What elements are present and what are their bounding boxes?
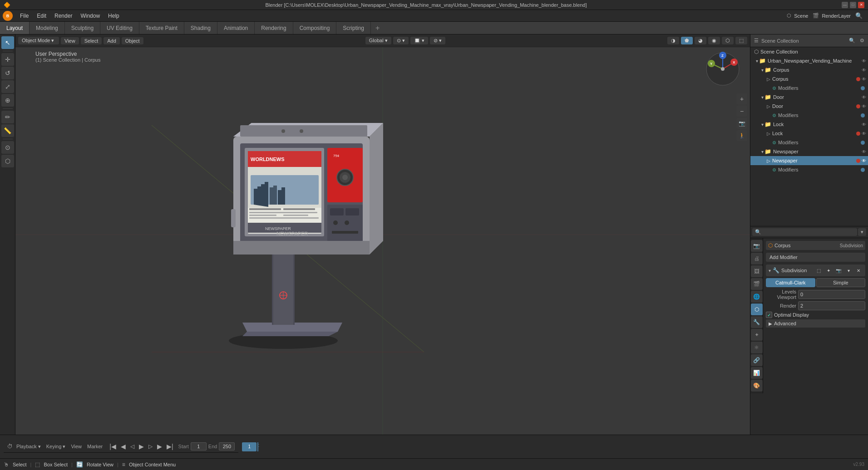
zoom-in-btn[interactable]: + bbox=[736, 93, 747, 104]
start-frame-input[interactable] bbox=[191, 442, 207, 450]
optimal-display-checkbox[interactable]: ✓ bbox=[766, 312, 772, 318]
add-modifier-button[interactable]: Add Modifier bbox=[766, 253, 865, 262]
navigation-gizmo[interactable]: X Y Z bbox=[705, 51, 741, 87]
prop-search[interactable]: 🔍 bbox=[752, 228, 857, 236]
outliner-row-newspaper-modifiers[interactable]: ⚙ Modifiers bbox=[750, 165, 868, 174]
viewport-xray-btn[interactable]: ⬚ bbox=[735, 37, 747, 44]
outliner-row-corpus-modifiers[interactable]: ⚙ Modifiers bbox=[750, 83, 868, 93]
jump-start-btn[interactable]: |◀ bbox=[108, 443, 118, 450]
viewport-solid-btn[interactable]: ⬟ bbox=[681, 37, 693, 44]
outliner-row-lock-collection[interactable]: ▾ 📁 Lock 👁 bbox=[750, 120, 868, 129]
outliner-row-corpus-collection[interactable]: ▾ 📁 Corpus 👁 bbox=[750, 65, 868, 74]
tab-layout[interactable]: Layout bbox=[0, 22, 30, 34]
view-menu-timeline[interactable]: View bbox=[69, 444, 84, 449]
tab-texture-paint[interactable]: Texture Paint bbox=[139, 22, 184, 34]
prop-tab-output[interactable]: 🖨 bbox=[751, 253, 763, 264]
blender-logo-btn[interactable]: B bbox=[3, 11, 13, 21]
prop-tab-data[interactable]: 📊 bbox=[751, 367, 763, 379]
transform-pivot-btn[interactable]: ⊙ ▾ bbox=[393, 37, 409, 44]
keying-menu[interactable]: Keying ▾ bbox=[44, 444, 68, 450]
visibility-icon[interactable]: 👁 bbox=[862, 59, 866, 64]
outliner-row-door-modifiers[interactable]: ⚙ Modifiers bbox=[750, 111, 868, 120]
prop-tab-material[interactable]: 🎨 bbox=[751, 380, 763, 392]
tool-cursor[interactable]: ⊙ bbox=[1, 141, 14, 154]
tab-shading[interactable]: Shading bbox=[184, 22, 217, 34]
outliner-row-newspaper-collection[interactable]: ▾ 📁 Newspaper 👁 bbox=[750, 147, 868, 156]
tab-compositing[interactable]: Compositing bbox=[293, 22, 337, 34]
prop-tab-particles[interactable]: ✦ bbox=[751, 329, 763, 341]
door-vis2-icon[interactable]: 👁 bbox=[862, 104, 866, 109]
tab-uv-editing[interactable]: UV Editing bbox=[100, 22, 139, 34]
outliner-filter-icon[interactable]: ⚙ bbox=[860, 38, 864, 44]
next-keyframe-btn[interactable]: ▷ bbox=[147, 443, 154, 450]
outliner-row-lock-modifiers[interactable]: ⚙ Modifiers bbox=[750, 138, 868, 147]
tab-sculpting[interactable]: Sculpting bbox=[65, 22, 100, 34]
3d-viewport[interactable]: Object Mode ▾ View Select Add Object Glo… bbox=[15, 34, 750, 435]
prev-keyframe-btn[interactable]: ◁ bbox=[129, 443, 136, 450]
viewport-overlay-btn[interactable]: ⬡ bbox=[722, 37, 734, 44]
prop-dropdown[interactable]: ▾ bbox=[858, 228, 866, 236]
marker-menu[interactable]: Marker bbox=[85, 444, 104, 449]
outliner-search-icon[interactable]: 🔍 bbox=[849, 38, 855, 44]
tab-add[interactable]: + bbox=[371, 22, 384, 34]
door-vis-icon[interactable]: 👁 bbox=[862, 95, 866, 100]
close-btn[interactable]: ✕ bbox=[858, 2, 864, 8]
modifier-close-btn[interactable]: ✕ bbox=[854, 266, 863, 274]
snap-btn[interactable]: 🔲 ▾ bbox=[410, 37, 428, 44]
viewport-view-menu[interactable]: View bbox=[61, 37, 79, 44]
menu-edit[interactable]: Edit bbox=[33, 12, 50, 20]
tool-select[interactable]: ↖ bbox=[1, 36, 14, 49]
tab-modeling[interactable]: Modeling bbox=[30, 22, 65, 34]
prop-tab-render[interactable]: 📷 bbox=[751, 240, 763, 252]
outliner-row-door-mesh[interactable]: ▷ Door 👁 bbox=[750, 102, 868, 111]
outliner-row-corpus-mesh[interactable]: ▷ Corpus 👁 bbox=[750, 74, 868, 83]
catmull-clark-btn[interactable]: Catmull-Clark bbox=[766, 278, 815, 287]
outliner-row-scene-collection[interactable]: ⬡ Scene Collection bbox=[750, 47, 868, 56]
jump-end-btn[interactable]: ▶| bbox=[165, 443, 175, 450]
prop-tab-physics[interactable]: ⚛ bbox=[751, 342, 763, 353]
menu-window[interactable]: Window bbox=[77, 12, 104, 20]
modifier-header[interactable]: ▾ 🔧 Subdivision ⬚ ✦ 📷 ▾ ✕ bbox=[766, 264, 865, 276]
modifier-icon-btn-4[interactable]: ▾ bbox=[844, 266, 853, 274]
tab-rendering[interactable]: Rendering bbox=[255, 22, 293, 34]
modifier-icon-btn-2[interactable]: ✦ bbox=[824, 266, 833, 274]
proportional-editing-btn[interactable]: ⊘ ▾ bbox=[430, 37, 445, 44]
camera-view-btn[interactable]: 📷 bbox=[736, 118, 747, 129]
levels-viewport-input[interactable] bbox=[798, 290, 865, 299]
search-icon[interactable]: 🔍 bbox=[855, 12, 863, 19]
current-frame-display[interactable]: 1 bbox=[242, 442, 256, 451]
tool-annotate[interactable]: ✏ bbox=[1, 111, 14, 123]
render-input[interactable] bbox=[798, 301, 865, 310]
tool-scale[interactable]: ⤢ bbox=[1, 80, 14, 93]
menu-file[interactable]: File bbox=[16, 12, 32, 20]
tool-transform[interactable]: ⊕ bbox=[1, 94, 14, 107]
outliner-row-door-collection[interactable]: ▾ 📁 Door 👁 bbox=[750, 93, 868, 102]
modifier-icon-btn-1[interactable]: ⬚ bbox=[814, 266, 823, 274]
advanced-section[interactable]: ▶ Advanced bbox=[766, 319, 865, 328]
modifier-icon-btn-3[interactable]: 📷 bbox=[834, 266, 843, 274]
simple-btn[interactable]: Simple bbox=[816, 278, 866, 287]
newspaper-vis2-icon[interactable]: 👁 bbox=[862, 158, 866, 163]
lock-vis-icon[interactable]: 👁 bbox=[862, 122, 866, 127]
corpus-vis2-icon[interactable]: 👁 bbox=[862, 77, 866, 82]
global-dropdown[interactable]: Global ▾ bbox=[365, 37, 391, 44]
prop-tab-scene[interactable]: 🎬 bbox=[751, 278, 763, 290]
viewport-material-preview-btn[interactable]: ◕ bbox=[695, 37, 706, 44]
prop-tab-view[interactable]: 🖼 bbox=[751, 265, 763, 277]
outliner-row-newspaper-mesh[interactable]: ▷ Newspaper 👁 bbox=[750, 156, 868, 165]
prop-tab-object[interactable]: ⬡ bbox=[751, 304, 763, 315]
prop-tab-world[interactable]: 🌐 bbox=[751, 291, 763, 303]
tab-scripting[interactable]: Scripting bbox=[336, 22, 371, 34]
menu-render[interactable]: Render bbox=[51, 12, 76, 20]
lock-vis2-icon[interactable]: 👁 bbox=[862, 131, 866, 136]
tool-add-primitive[interactable]: ⬡ bbox=[1, 155, 14, 167]
tool-rotate[interactable]: ↺ bbox=[1, 67, 14, 79]
menu-help[interactable]: Help bbox=[104, 12, 123, 20]
minimize-btn[interactable]: — bbox=[842, 2, 848, 8]
viewport-add-menu[interactable]: Add bbox=[104, 37, 120, 44]
newspaper-vis-icon[interactable]: 👁 bbox=[862, 149, 866, 154]
maximize-btn[interactable]: □ bbox=[850, 2, 856, 8]
active-object-name[interactable]: Corpus bbox=[774, 243, 838, 248]
timeline-ruler[interactable]: 1 0 50 100 150 200 250 300 350 400 450 5… bbox=[240, 441, 259, 453]
zoom-out-btn[interactable]: − bbox=[736, 106, 747, 117]
